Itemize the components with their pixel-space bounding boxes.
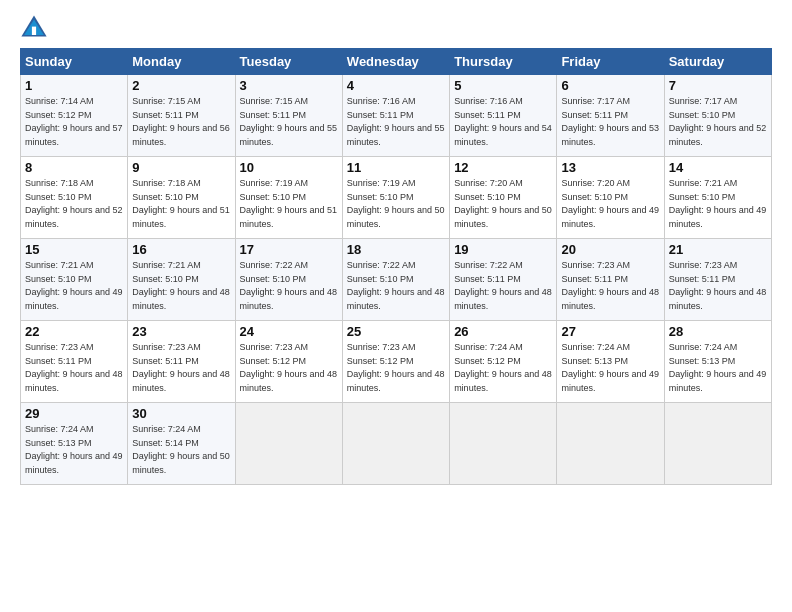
day-number: 3 [240, 78, 338, 93]
day-info: Sunrise: 7:23 AMSunset: 5:11 PMDaylight:… [25, 341, 123, 395]
day-cell: 13 Sunrise: 7:20 AMSunset: 5:10 PMDaylig… [557, 157, 664, 239]
day-info: Sunrise: 7:24 AMSunset: 5:13 PMDaylight:… [25, 423, 123, 477]
day-number: 15 [25, 242, 123, 257]
day-cell: 4 Sunrise: 7:16 AMSunset: 5:11 PMDayligh… [342, 75, 449, 157]
day-info: Sunrise: 7:23 AMSunset: 5:11 PMDaylight:… [669, 259, 767, 313]
day-cell: 17 Sunrise: 7:22 AMSunset: 5:10 PMDaylig… [235, 239, 342, 321]
day-number: 12 [454, 160, 552, 175]
day-number: 6 [561, 78, 659, 93]
week-row-4: 22 Sunrise: 7:23 AMSunset: 5:11 PMDaylig… [21, 321, 772, 403]
day-cell: 20 Sunrise: 7:23 AMSunset: 5:11 PMDaylig… [557, 239, 664, 321]
col-header-thursday: Thursday [450, 49, 557, 75]
logo-icon [20, 14, 48, 42]
day-info: Sunrise: 7:14 AMSunset: 5:12 PMDaylight:… [25, 95, 123, 149]
day-info: Sunrise: 7:17 AMSunset: 5:10 PMDaylight:… [669, 95, 767, 149]
day-cell: 8 Sunrise: 7:18 AMSunset: 5:10 PMDayligh… [21, 157, 128, 239]
day-cell: 26 Sunrise: 7:24 AMSunset: 5:12 PMDaylig… [450, 321, 557, 403]
day-cell [235, 403, 342, 485]
col-header-saturday: Saturday [664, 49, 771, 75]
calendar-table: SundayMondayTuesdayWednesdayThursdayFrid… [20, 48, 772, 485]
day-info: Sunrise: 7:21 AMSunset: 5:10 PMDaylight:… [132, 259, 230, 313]
day-cell: 21 Sunrise: 7:23 AMSunset: 5:11 PMDaylig… [664, 239, 771, 321]
day-cell: 5 Sunrise: 7:16 AMSunset: 5:11 PMDayligh… [450, 75, 557, 157]
day-cell: 9 Sunrise: 7:18 AMSunset: 5:10 PMDayligh… [128, 157, 235, 239]
day-number: 2 [132, 78, 230, 93]
day-cell: 30 Sunrise: 7:24 AMSunset: 5:14 PMDaylig… [128, 403, 235, 485]
col-header-wednesday: Wednesday [342, 49, 449, 75]
day-number: 25 [347, 324, 445, 339]
day-cell [450, 403, 557, 485]
week-row-3: 15 Sunrise: 7:21 AMSunset: 5:10 PMDaylig… [21, 239, 772, 321]
day-cell: 14 Sunrise: 7:21 AMSunset: 5:10 PMDaylig… [664, 157, 771, 239]
day-cell: 18 Sunrise: 7:22 AMSunset: 5:10 PMDaylig… [342, 239, 449, 321]
day-info: Sunrise: 7:21 AMSunset: 5:10 PMDaylight:… [669, 177, 767, 231]
day-number: 10 [240, 160, 338, 175]
day-cell: 10 Sunrise: 7:19 AMSunset: 5:10 PMDaylig… [235, 157, 342, 239]
day-number: 16 [132, 242, 230, 257]
day-number: 4 [347, 78, 445, 93]
day-number: 18 [347, 242, 445, 257]
day-number: 5 [454, 78, 552, 93]
header [20, 10, 772, 42]
week-row-1: 1 Sunrise: 7:14 AMSunset: 5:12 PMDayligh… [21, 75, 772, 157]
day-info: Sunrise: 7:24 AMSunset: 5:13 PMDaylight:… [561, 341, 659, 395]
day-number: 7 [669, 78, 767, 93]
day-info: Sunrise: 7:23 AMSunset: 5:11 PMDaylight:… [132, 341, 230, 395]
day-info: Sunrise: 7:20 AMSunset: 5:10 PMDaylight:… [561, 177, 659, 231]
day-number: 30 [132, 406, 230, 421]
day-info: Sunrise: 7:24 AMSunset: 5:12 PMDaylight:… [454, 341, 552, 395]
day-number: 8 [25, 160, 123, 175]
day-info: Sunrise: 7:22 AMSunset: 5:10 PMDaylight:… [240, 259, 338, 313]
day-info: Sunrise: 7:15 AMSunset: 5:11 PMDaylight:… [240, 95, 338, 149]
day-info: Sunrise: 7:18 AMSunset: 5:10 PMDaylight:… [132, 177, 230, 231]
day-info: Sunrise: 7:20 AMSunset: 5:10 PMDaylight:… [454, 177, 552, 231]
day-number: 28 [669, 324, 767, 339]
day-cell: 19 Sunrise: 7:22 AMSunset: 5:11 PMDaylig… [450, 239, 557, 321]
page: SundayMondayTuesdayWednesdayThursdayFrid… [0, 0, 792, 495]
day-cell: 25 Sunrise: 7:23 AMSunset: 5:12 PMDaylig… [342, 321, 449, 403]
col-header-sunday: Sunday [21, 49, 128, 75]
day-cell: 12 Sunrise: 7:20 AMSunset: 5:10 PMDaylig… [450, 157, 557, 239]
day-info: Sunrise: 7:22 AMSunset: 5:11 PMDaylight:… [454, 259, 552, 313]
day-cell: 23 Sunrise: 7:23 AMSunset: 5:11 PMDaylig… [128, 321, 235, 403]
day-number: 1 [25, 78, 123, 93]
col-header-friday: Friday [557, 49, 664, 75]
day-number: 19 [454, 242, 552, 257]
day-info: Sunrise: 7:17 AMSunset: 5:11 PMDaylight:… [561, 95, 659, 149]
week-row-2: 8 Sunrise: 7:18 AMSunset: 5:10 PMDayligh… [21, 157, 772, 239]
day-info: Sunrise: 7:18 AMSunset: 5:10 PMDaylight:… [25, 177, 123, 231]
week-row-5: 29 Sunrise: 7:24 AMSunset: 5:13 PMDaylig… [21, 403, 772, 485]
day-cell [342, 403, 449, 485]
day-info: Sunrise: 7:24 AMSunset: 5:13 PMDaylight:… [669, 341, 767, 395]
day-info: Sunrise: 7:22 AMSunset: 5:10 PMDaylight:… [347, 259, 445, 313]
day-number: 22 [25, 324, 123, 339]
day-cell: 3 Sunrise: 7:15 AMSunset: 5:11 PMDayligh… [235, 75, 342, 157]
day-info: Sunrise: 7:16 AMSunset: 5:11 PMDaylight:… [454, 95, 552, 149]
day-info: Sunrise: 7:15 AMSunset: 5:11 PMDaylight:… [132, 95, 230, 149]
day-cell: 15 Sunrise: 7:21 AMSunset: 5:10 PMDaylig… [21, 239, 128, 321]
day-number: 23 [132, 324, 230, 339]
day-info: Sunrise: 7:24 AMSunset: 5:14 PMDaylight:… [132, 423, 230, 477]
day-info: Sunrise: 7:16 AMSunset: 5:11 PMDaylight:… [347, 95, 445, 149]
day-number: 17 [240, 242, 338, 257]
svg-rect-2 [32, 27, 36, 35]
day-info: Sunrise: 7:19 AMSunset: 5:10 PMDaylight:… [347, 177, 445, 231]
day-cell: 16 Sunrise: 7:21 AMSunset: 5:10 PMDaylig… [128, 239, 235, 321]
day-cell: 1 Sunrise: 7:14 AMSunset: 5:12 PMDayligh… [21, 75, 128, 157]
day-number: 20 [561, 242, 659, 257]
day-number: 29 [25, 406, 123, 421]
day-number: 11 [347, 160, 445, 175]
day-number: 14 [669, 160, 767, 175]
logo [20, 14, 50, 42]
day-cell: 29 Sunrise: 7:24 AMSunset: 5:13 PMDaylig… [21, 403, 128, 485]
day-info: Sunrise: 7:21 AMSunset: 5:10 PMDaylight:… [25, 259, 123, 313]
day-cell: 28 Sunrise: 7:24 AMSunset: 5:13 PMDaylig… [664, 321, 771, 403]
day-info: Sunrise: 7:23 AMSunset: 5:11 PMDaylight:… [561, 259, 659, 313]
day-number: 27 [561, 324, 659, 339]
day-number: 24 [240, 324, 338, 339]
day-cell: 7 Sunrise: 7:17 AMSunset: 5:10 PMDayligh… [664, 75, 771, 157]
day-cell: 11 Sunrise: 7:19 AMSunset: 5:10 PMDaylig… [342, 157, 449, 239]
col-header-tuesday: Tuesday [235, 49, 342, 75]
day-cell: 27 Sunrise: 7:24 AMSunset: 5:13 PMDaylig… [557, 321, 664, 403]
day-cell: 2 Sunrise: 7:15 AMSunset: 5:11 PMDayligh… [128, 75, 235, 157]
